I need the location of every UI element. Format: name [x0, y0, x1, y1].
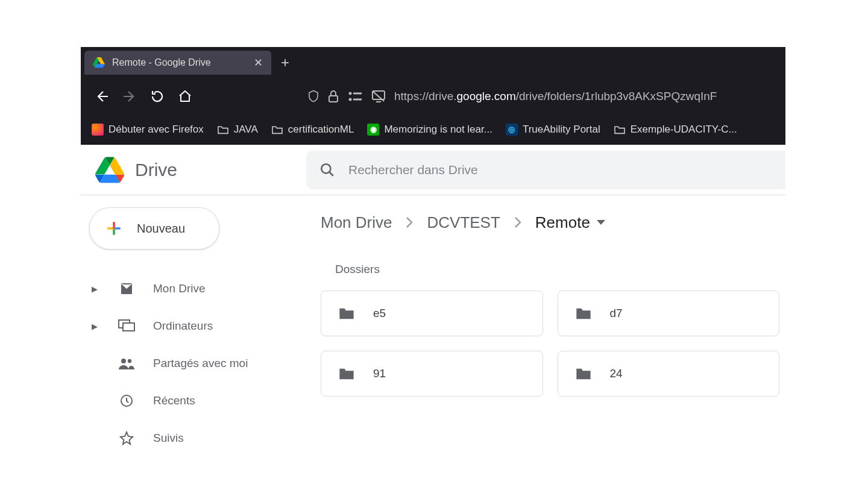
sidebar-item-label: Récents — [153, 394, 195, 407]
sidebar-item-shared[interactable]: Partagés avec moi — [89, 345, 317, 382]
sidebar-item-label: Partagés avec moi — [153, 357, 248, 370]
drive-header: Drive — [81, 145, 785, 195]
folder-icon — [217, 125, 229, 134]
folder-icon — [575, 366, 592, 381]
bookmark-certml[interactable]: certificationML — [271, 124, 354, 136]
new-button[interactable]: Nouveau — [89, 207, 219, 250]
svg-point-22 — [121, 359, 126, 363]
browser-window: Remote - Google Drive ✕ + https://drive.… — [81, 47, 785, 457]
browser-tab[interactable]: Remote - Google Drive ✕ — [84, 51, 271, 75]
folder-name: 91 — [373, 367, 386, 380]
shield-icon — [307, 90, 319, 103]
svg-point-12 — [349, 92, 352, 95]
breadcrumb-item[interactable]: Mon Drive — [321, 213, 392, 232]
folder-icon — [575, 306, 592, 321]
svg-rect-14 — [353, 93, 362, 95]
folder-card[interactable]: 24 — [558, 351, 780, 397]
svg-rect-11 — [329, 96, 338, 102]
drive-body: Nouveau ▶ Mon Drive ▶ — [81, 195, 785, 457]
breadcrumb-item[interactable]: DCVTEST — [427, 213, 500, 232]
folder-name: e5 — [373, 307, 386, 320]
green-favicon-icon: ◉ — [367, 124, 379, 136]
bookmark-memorizing[interactable]: ◉ Memorizing is not lear... — [367, 124, 492, 136]
folder-name: 24 — [610, 367, 623, 380]
drive-logo-icon — [95, 157, 124, 183]
folder-name: d7 — [610, 307, 623, 320]
bookmark-firefox[interactable]: Débuter avec Firefox — [92, 124, 204, 136]
dropdown-icon — [596, 219, 606, 226]
breadcrumb-current-label: Remote — [535, 213, 590, 232]
main-content: Mon Drive DCVTEST Remote Dossiers — [317, 195, 785, 457]
svg-rect-20 — [123, 323, 134, 331]
bookmark-label: Memorizing is not lear... — [384, 124, 492, 136]
expand-arrow-icon[interactable]: ▶ — [92, 322, 100, 331]
svg-point-13 — [349, 98, 352, 101]
shared-icon — [118, 357, 135, 370]
sidebar-item-computers[interactable]: ▶ Ordinateurs — [89, 307, 317, 345]
sidebar-item-recent[interactable]: Récents — [89, 382, 317, 419]
bookmark-label: Exemple-UDACITY-C... — [631, 124, 737, 136]
folder-icon — [338, 366, 355, 381]
drive-app: Drive Nouveau ▶ Mon Drive — [81, 145, 785, 457]
computers-icon — [118, 319, 135, 333]
sidebar-item-starred[interactable]: Suivis — [89, 419, 317, 457]
bookmark-label: JAVA — [234, 124, 258, 136]
breadcrumb: Mon Drive DCVTEST Remote — [321, 206, 785, 239]
tab-title: Remote - Google Drive — [112, 57, 211, 68]
expand-arrow-icon[interactable]: ▶ — [92, 284, 100, 293]
bookmark-label: TrueAbility Portal — [523, 124, 600, 136]
bookmark-label: certificationML — [288, 124, 354, 136]
sidebar-items: ▶ Mon Drive ▶ Ordinateurs — [89, 270, 317, 457]
screen-blocked-icon — [371, 90, 386, 103]
folder-card[interactable]: d7 — [558, 290, 780, 336]
url-text: https://drive.google.com/drive/folders/1… — [394, 90, 717, 103]
browser-toolbar: https://drive.google.com/drive/folders/1… — [81, 78, 785, 115]
folder-card[interactable]: 91 — [321, 351, 543, 397]
my-drive-icon — [118, 281, 135, 296]
permissions-icon — [347, 90, 363, 102]
folders-grid: e5 d7 91 24 — [321, 290, 785, 397]
section-label: Dossiers — [335, 263, 785, 276]
sidebar: Nouveau ▶ Mon Drive ▶ — [81, 195, 317, 457]
new-tab-button[interactable]: + — [271, 54, 299, 71]
svg-point-23 — [128, 359, 131, 363]
bookmark-label: Débuter avec Firefox — [108, 124, 204, 136]
svg-point-17 — [321, 164, 330, 173]
search-input[interactable] — [348, 163, 772, 177]
forward-icon — [122, 89, 137, 104]
bookmark-udacity[interactable]: Exemple-UDACITY-C... — [614, 124, 737, 136]
drive-favicon-icon — [93, 57, 105, 68]
recent-icon — [118, 394, 135, 408]
back-icon[interactable] — [94, 89, 110, 104]
folder-card[interactable]: e5 — [321, 290, 543, 336]
breadcrumb-current[interactable]: Remote — [535, 213, 606, 232]
new-button-label: Nouveau — [137, 222, 185, 236]
bookmarks-bar: Débuter avec Firefox JAVA certificationM… — [81, 115, 785, 145]
bookmark-java[interactable]: JAVA — [217, 124, 258, 136]
reload-icon[interactable] — [149, 89, 165, 104]
address-bar[interactable]: https://drive.google.com/drive/folders/1… — [307, 90, 772, 103]
search-box[interactable] — [306, 151, 785, 189]
home-icon[interactable] — [177, 89, 193, 104]
sidebar-item-label: Suivis — [153, 432, 184, 445]
folder-icon — [614, 125, 626, 134]
svg-rect-15 — [353, 99, 362, 101]
star-icon — [118, 431, 135, 445]
chevron-right-icon — [514, 216, 522, 229]
plus-icon — [104, 219, 124, 238]
sidebar-item-label: Mon Drive — [153, 282, 206, 295]
search-icon — [319, 162, 335, 178]
folder-icon — [271, 125, 283, 134]
browser-tab-strip: Remote - Google Drive ✕ + — [81, 47, 785, 78]
sidebar-item-label: Ordinateurs — [153, 319, 213, 333]
bookmark-trueability[interactable]: ◎ TrueAbility Portal — [506, 124, 600, 136]
sidebar-item-my-drive[interactable]: ▶ Mon Drive — [89, 270, 317, 307]
blue-favicon-icon: ◎ — [506, 124, 518, 136]
chevron-right-icon — [405, 216, 414, 229]
firefox-icon — [92, 124, 104, 136]
close-tab-icon[interactable]: ✕ — [254, 56, 263, 69]
drive-app-name: Drive — [135, 160, 177, 180]
lock-icon — [328, 90, 339, 103]
folder-icon — [338, 306, 355, 321]
